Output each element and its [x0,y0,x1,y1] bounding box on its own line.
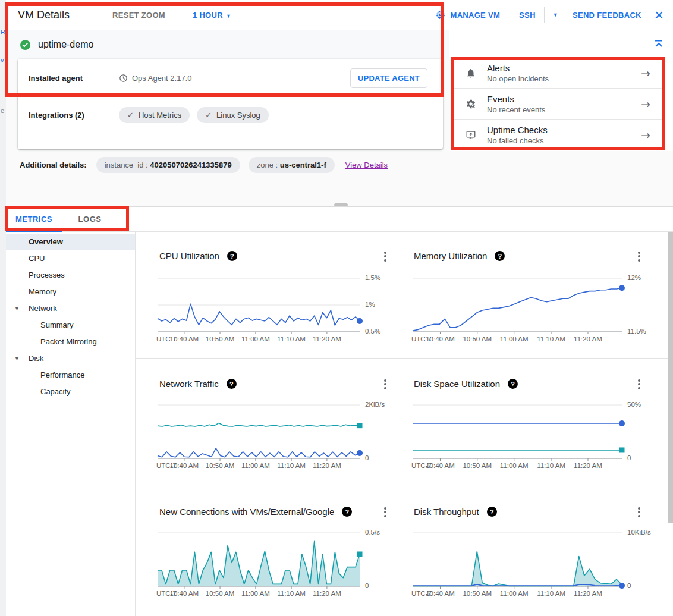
vm-status-row: uptime-demo [6,30,449,59]
chart-plot[interactable] [413,278,622,335]
sidebar-item-network[interactable]: ▼ Network [6,300,135,317]
help-icon[interactable]: ? [508,379,518,389]
background-page-sliver: R v e [0,0,6,616]
y-axis-label: 0.5% [365,328,380,335]
chart-menu-icon[interactable] [636,247,643,265]
uptime-monitor-icon [466,130,476,140]
sidebar-item-packet-mirroring[interactable]: Packet Mirroring [6,334,135,350]
help-icon[interactable]: ? [487,507,497,517]
x-axis-label: 10:50 AM [206,335,235,342]
x-axis-label: 10:50 AM [463,335,492,342]
help-icon[interactable]: ? [342,507,352,517]
events-row[interactable]: Events No recent events → [454,89,663,120]
bell-icon [466,68,476,78]
chart-menu-icon[interactable] [382,503,389,521]
chart-plot[interactable] [158,278,360,335]
agent-version: Ops Agent 2.17.0 [119,74,191,83]
vm-name: uptime-demo [38,39,93,50]
sidebar-item-disk[interactable]: ▼ Disk [6,350,135,367]
uptime-checks-subtitle: No failed checks [487,136,548,146]
vm-details-panel: R v e VM Details RESET ZOOM 1 HOUR▼ MANA… [0,0,673,616]
chart-title: New Connections with VMs/External/Google [159,507,334,517]
help-icon[interactable]: ? [227,379,237,389]
x-axis-label: 11:00 AM [241,590,270,597]
x-axis-label: 11:10 AM [537,462,565,469]
sidebar-item-processes[interactable]: Processes [6,267,135,284]
view-details-link[interactable]: View Details [345,161,388,169]
x-axis-label: 11:20 AM [574,590,602,597]
update-agent-button[interactable]: UPDATE AGENT [350,68,427,88]
x-axis-label: 11:10 AM [277,590,306,597]
x-axis-label: 10:40 AM [170,590,199,597]
y-axis-label: 1.5% [365,274,380,281]
integrations-label: Integrations (2) [18,111,119,120]
ssh-dropdown-button[interactable]: ▼ [553,12,558,18]
observability-list: Alerts No open incidents → Events No rec… [454,58,663,150]
y-axis-label: 0.5/s [365,529,380,536]
integration-chip-linux-syslog[interactable]: ✓ Linux Syslog [197,107,269,123]
y-axis-label: 1% [365,301,375,308]
chart-title: CPU Utilization [159,251,219,261]
chart-title: Disk Throughput [414,507,479,517]
chart-plot[interactable] [158,533,360,589]
chart-card: Disk Space Utilization?50%0UTC-710:40 AM… [404,359,673,486]
integration-chip-host-metrics[interactable]: ✓ Host Metrics [119,107,190,123]
scrollbar-thumb[interactable] [668,232,673,523]
events-title: Events [487,93,545,105]
chart-menu-icon[interactable] [636,503,643,521]
events-subtitle: No recent events [487,105,545,115]
y-axis-label: 0 [627,582,631,589]
gear-search-icon [466,99,476,109]
additional-details: Additional details: instance_id : 402050… [20,157,388,173]
x-axis-label: 11:20 AM [313,335,341,342]
sidebar-item-memory[interactable]: Memory [6,284,135,300]
background-text-fragment: v [1,56,4,64]
chart-menu-icon[interactable] [382,375,389,393]
tab-logs[interactable]: LOGS [62,207,118,231]
chart-card: New Connections with VMs/External/Google… [136,486,404,612]
expand-arrow-icon[interactable]: ▼ [14,350,20,367]
ssh-button[interactable]: SSH [519,11,536,20]
chart-plot[interactable] [413,405,622,461]
x-axis-label: 11:10 AM [277,335,306,342]
chevron-down-icon: ▼ [226,13,231,19]
arrow-right-icon[interactable]: → [641,128,650,142]
chart-menu-icon[interactable] [382,247,389,265]
expand-arrow-icon[interactable]: ▼ [14,300,20,317]
time-range-dropdown[interactable]: 1 HOUR▼ [193,11,231,20]
sidebar-item-cpu[interactable]: CPU [6,250,135,267]
send-feedback-button[interactable]: SEND FEEDBACK [573,11,641,20]
chart-menu-icon[interactable] [636,375,643,393]
chart-row: New Connections with VMs/External/Google… [136,486,673,612]
x-axis-label: 10:50 AM [463,590,492,597]
help-icon[interactable]: ? [227,251,237,261]
help-icon[interactable]: ? [495,251,505,261]
chart-plot[interactable] [413,533,622,589]
sidebar-item-network-summary[interactable]: Summary [6,317,135,334]
chart-card: Disk Throughput?10KiB/s0UTC-710:40 AM10:… [404,486,673,612]
chart-title: Memory Utilization [414,251,487,261]
chart-card: Memory Utilization?12%11.5%UTC-710:40 AM… [404,232,673,358]
manage-vm-button[interactable]: MANAGE VM [435,10,501,20]
y-axis-label: 0 [365,582,369,589]
sidebar-item-overview[interactable]: Overview [6,234,135,250]
tab-metrics[interactable]: METRICS [6,207,62,231]
arrow-right-icon[interactable]: → [641,98,650,111]
alerts-row[interactable]: Alerts No open incidents → [454,58,663,89]
installed-agent-label: Installed agent [18,74,119,83]
sidebar-item-disk-capacity[interactable]: Capacity [6,384,135,400]
reset-zoom-button[interactable]: RESET ZOOM [112,11,165,20]
uptime-checks-row[interactable]: Uptime Checks No failed checks → [454,120,663,150]
chart-title: Disk Space Utilization [414,379,500,389]
metrics-sidebar: Overview CPU Processes Memory ▼ Network … [6,232,136,616]
sidebar-item-disk-performance[interactable]: Performance [6,367,135,384]
chevron-down-icon: ▼ [553,12,558,18]
additional-details-label: Additional details: [20,161,87,169]
x-axis-label: 10:40 AM [426,590,455,597]
close-icon[interactable]: × [655,7,663,23]
x-axis-label: 10:50 AM [206,462,235,469]
arrow-right-icon[interactable]: → [641,67,650,80]
collapse-panel-icon[interactable] [653,38,665,52]
y-axis-label: 12% [627,274,641,281]
chart-plot[interactable] [158,405,360,461]
